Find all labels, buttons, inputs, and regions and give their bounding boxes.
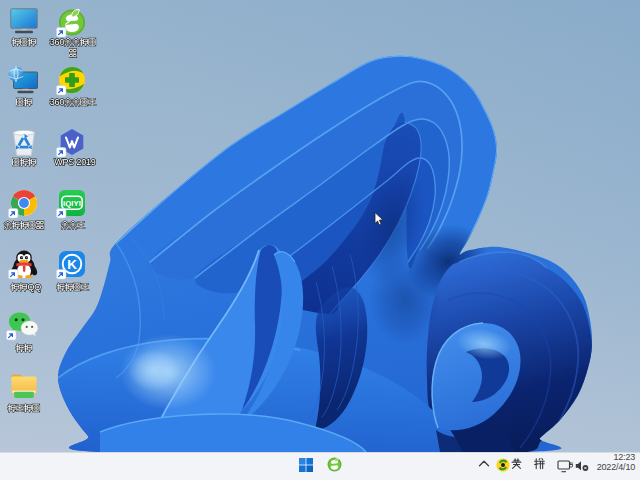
svg-text:360: 360 — [49, 37, 64, 47]
svg-text:K: K — [67, 257, 77, 272]
svg-text:360: 360 — [49, 97, 64, 107]
svg-text:iQIYI: iQIYI — [63, 199, 81, 208]
svg-text:WPS 2019: WPS 2019 — [54, 157, 96, 167]
